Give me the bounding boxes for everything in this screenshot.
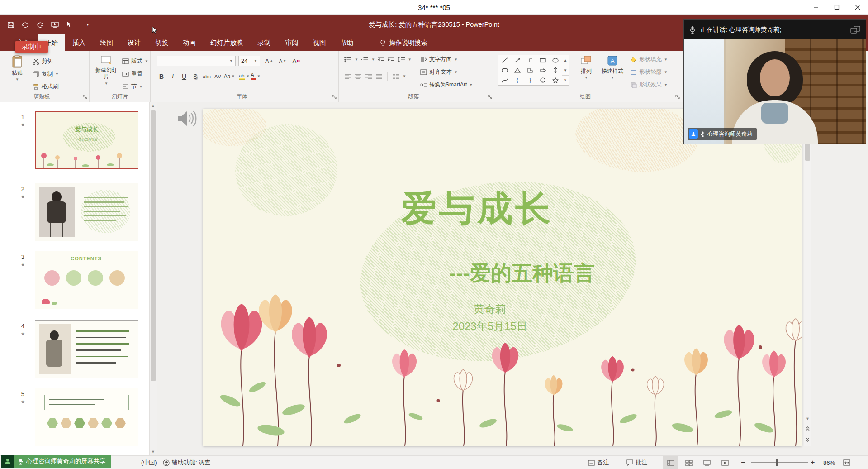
section-button[interactable]: 节▼ [122,83,142,91]
maximize-button[interactable] [826,0,847,14]
recording-badge[interactable]: 录制中 [15,41,48,53]
tab-transitions[interactable]: 切换 [148,34,175,51]
character-spacing-button[interactable]: AV [213,71,223,81]
font-size-combo[interactable]: 24▼ [238,56,260,66]
columns-button[interactable] [392,73,399,80]
paste-button[interactable]: 粘贴 ▼ [5,55,29,81]
underline-button[interactable]: U [179,71,190,81]
tab-slideshow[interactable]: 幻灯片放映 [203,34,251,51]
tab-record[interactable]: 录制 [251,34,278,51]
thumbnails-scrollbar[interactable]: ▲ ▼ [149,102,157,455]
font-color-button[interactable]: A▼ [250,71,261,81]
line-spacing-button[interactable] [398,57,405,63]
font-dialog-launcher[interactable] [332,95,337,99]
save-icon[interactable] [7,21,14,29]
layout-button[interactable]: 版式▼ [122,57,148,65]
new-slide-dropdown[interactable]: ▼ [104,82,108,86]
redo-icon[interactable] [36,21,44,29]
numbering-button[interactable] [361,57,369,63]
zoom-out-button[interactable]: − [741,456,745,469]
meeting-video-panel[interactable]: 正在讲话: 心理咨询师黄奇莉; 心理咨询师黄奇莉 [683,19,866,144]
previous-slide-button[interactable] [804,425,811,432]
strikethrough-button[interactable]: abc [201,71,212,81]
slideshow-view-button[interactable] [717,456,733,469]
text-highlight-button[interactable]: ab▼ [239,71,250,81]
slide-thumbnail-4[interactable] [35,320,138,378]
slide-thumbnail-5[interactable] [35,388,138,446]
qat-customize-icon[interactable]: ▼ [86,23,90,27]
shapes-gallery[interactable]: { } [498,55,562,86]
shapes-gallery-arrows[interactable]: ▲ ▼ ⊻ [562,55,569,86]
tab-review[interactable]: 审阅 [278,34,306,51]
shape-effects-button[interactable]: 形状效果▼ [630,81,668,89]
canvas-scroll-down[interactable]: ▼ [804,415,811,422]
thumb-scroll-thumb[interactable] [151,110,156,381]
justify-button[interactable] [375,73,383,80]
tab-animations[interactable]: 动画 [175,34,203,51]
thumb-scroll-up[interactable]: ▲ [150,102,157,110]
view-switch-icon[interactable] [850,26,860,34]
participant-video[interactable]: 心理咨询师黄奇莉 [684,39,866,144]
thumb-scroll-down[interactable]: ▼ [150,448,157,455]
shapes-scroll-up[interactable]: ▲ [562,55,569,65]
paragraph-dialog-launcher[interactable] [488,95,492,99]
ime-indicator[interactable]: (中国) [141,456,157,469]
shrink-font-button[interactable]: A▼ [277,56,288,66]
zoom-in-button[interactable]: + [811,456,815,469]
tab-draw[interactable]: 绘图 [93,34,120,51]
italic-button[interactable]: I [167,71,178,81]
cut-button[interactable]: 剪切 [33,57,53,65]
next-slide-button[interactable] [804,436,811,443]
zoom-slider-track[interactable] [751,462,808,463]
text-direction-button[interactable]: 文字方向▼ [420,56,458,63]
font-name-combo[interactable]: ▼ [157,56,236,66]
arrange-button[interactable]: 排列 ▼ [575,55,598,80]
minimize-button[interactable] [806,0,826,14]
slide-sorter-view-button[interactable] [681,456,697,469]
fit-to-window-button[interactable] [843,456,850,469]
slide-thumbnail-2[interactable] [35,183,138,241]
tellme-search[interactable]: 操作说明搜索 [380,34,427,51]
slide-thumbnail-1[interactable]: 爱与成长 ---爱的五种语言 [35,111,138,169]
tab-help[interactable]: 帮助 [333,34,361,51]
notes-button[interactable]: 备注 [588,456,609,469]
format-painter-button[interactable]: 格式刷 [33,83,59,91]
align-left-button[interactable] [344,73,351,80]
align-text-button[interactable]: 对齐文本▼ [420,68,458,76]
shapes-scroll-down[interactable]: ▼ [562,65,569,75]
copy-button[interactable]: 复制▼ [33,70,59,78]
tab-insert[interactable]: 插入 [65,34,93,51]
decrease-indent-button[interactable] [378,57,385,63]
align-right-button[interactable] [365,73,372,80]
text-shadow-button[interactable]: S [190,71,201,81]
shapes-more[interactable]: ⊻ [562,75,569,85]
bold-button[interactable]: B [156,71,167,81]
tab-design[interactable]: 设计 [120,34,148,51]
bullets-button[interactable] [344,57,352,63]
canvas-scrollbar[interactable]: ▲ ▼ [804,109,811,446]
undo-icon[interactable] [21,21,29,29]
reset-button[interactable]: 重置 [122,70,142,78]
slide-editing-area[interactable]: 爱与成长 ---爱的五种语言 黄奇莉 2023年5月15日 [203,109,802,446]
close-button[interactable] [847,0,868,14]
shape-outline-button[interactable]: 形状轮廓▼ [630,68,668,76]
comments-button[interactable]: 批注 [626,456,647,469]
paste-dropdown[interactable]: ▼ [15,78,19,81]
align-center-button[interactable] [355,73,362,80]
increase-indent-button[interactable] [388,57,395,63]
grow-font-button[interactable]: A▲ [264,56,275,66]
quick-styles-button[interactable]: A 快速样式 ▼ [599,55,626,80]
touch-mouse-mode-icon[interactable] [66,21,72,29]
clear-formatting-button[interactable]: A [291,56,302,66]
new-slide-button[interactable]: 新建幻灯片 ▼ [93,55,119,86]
change-case-button[interactable]: Aa▼ [224,71,235,81]
tab-view[interactable]: 视图 [306,34,333,51]
accessibility-status[interactable]: 辅助功能: 调查 [163,456,210,469]
drawing-dialog-launcher[interactable] [675,95,680,99]
normal-view-button[interactable] [663,456,678,469]
convert-smartart-button[interactable]: 转换为SmartArt▼ [420,81,473,89]
slide-thumbnail-3[interactable]: CONTENTS [35,251,138,309]
zoom-slider-thumb[interactable] [776,459,778,466]
reading-view-button[interactable] [699,456,715,469]
audio-speaker-icon[interactable] [175,109,197,129]
